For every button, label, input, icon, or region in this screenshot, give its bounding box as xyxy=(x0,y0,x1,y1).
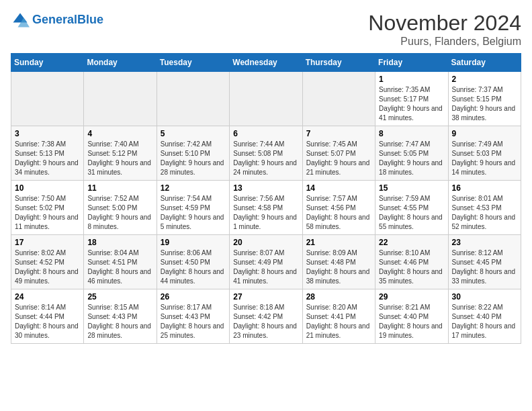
calendar-week-row: 1Sunrise: 7:35 AMSunset: 5:17 PMDaylight… xyxy=(11,72,521,126)
calendar-cell: 23Sunrise: 8:12 AMSunset: 4:45 PMDayligh… xyxy=(448,235,521,289)
day-number: 21 xyxy=(306,238,371,247)
logo: GeneralBlue xyxy=(11,11,103,30)
weekday-header: Thursday xyxy=(302,54,375,72)
calendar-cell: 5Sunrise: 7:42 AMSunset: 5:10 PMDaylight… xyxy=(157,126,229,181)
calendar-cell: 6Sunrise: 7:44 AMSunset: 5:08 PMDaylight… xyxy=(230,126,302,181)
logo-icon xyxy=(11,11,30,30)
day-info: Sunrise: 7:49 AMSunset: 5:03 PMDaylight:… xyxy=(452,140,517,177)
day-number: 28 xyxy=(306,292,371,302)
day-info: Sunrise: 8:04 AMSunset: 4:51 PMDaylight:… xyxy=(87,248,152,286)
calendar-cell xyxy=(230,72,302,126)
day-info: Sunrise: 8:07 AMSunset: 4:49 PMDaylight:… xyxy=(233,248,298,286)
day-info: Sunrise: 7:38 AMSunset: 5:13 PMDaylight:… xyxy=(15,140,80,177)
calendar-cell: 19Sunrise: 8:06 AMSunset: 4:50 PMDayligh… xyxy=(157,235,229,289)
calendar-cell xyxy=(11,72,84,126)
day-number: 18 xyxy=(87,238,152,247)
day-info: Sunrise: 7:59 AMSunset: 4:55 PMDaylight:… xyxy=(379,194,444,232)
calendar-cell: 1Sunrise: 7:35 AMSunset: 5:17 PMDaylight… xyxy=(375,72,448,126)
calendar-cell: 14Sunrise: 7:57 AMSunset: 4:56 PMDayligh… xyxy=(302,181,375,235)
calendar-week-row: 17Sunrise: 8:02 AMSunset: 4:52 PMDayligh… xyxy=(11,235,521,289)
day-number: 29 xyxy=(379,292,444,302)
day-number: 1 xyxy=(379,75,444,84)
calendar-cell xyxy=(302,72,375,126)
day-number: 20 xyxy=(233,238,298,247)
day-info: Sunrise: 8:01 AMSunset: 4:53 PMDaylight:… xyxy=(452,194,517,232)
day-number: 22 xyxy=(379,238,444,247)
calendar-week-row: 10Sunrise: 7:50 AMSunset: 5:02 PMDayligh… xyxy=(11,181,521,235)
calendar-week-row: 24Sunrise: 8:14 AMSunset: 4:44 PMDayligh… xyxy=(11,289,521,344)
page-subtitle: Puurs, Flanders, Belgium xyxy=(368,36,521,48)
calendar-cell: 3Sunrise: 7:38 AMSunset: 5:13 PMDaylight… xyxy=(11,126,84,181)
calendar-cell: 4Sunrise: 7:40 AMSunset: 5:12 PMDaylight… xyxy=(84,126,157,181)
weekday-header: Monday xyxy=(84,54,157,72)
calendar-cell xyxy=(84,72,157,126)
calendar-cell: 29Sunrise: 8:21 AMSunset: 4:40 PMDayligh… xyxy=(375,289,448,344)
day-info: Sunrise: 7:54 AMSunset: 4:59 PMDaylight:… xyxy=(161,194,226,232)
day-info: Sunrise: 8:22 AMSunset: 4:40 PMDaylight:… xyxy=(452,303,517,340)
day-info: Sunrise: 7:57 AMSunset: 4:56 PMDaylight:… xyxy=(306,194,371,232)
day-number: 25 xyxy=(87,292,152,302)
day-number: 16 xyxy=(452,183,517,193)
day-number: 24 xyxy=(15,292,80,302)
day-number: 9 xyxy=(452,129,517,138)
day-info: Sunrise: 7:52 AMSunset: 5:00 PMDaylight:… xyxy=(87,194,152,232)
day-number: 10 xyxy=(15,183,80,193)
day-info: Sunrise: 8:20 AMSunset: 4:41 PMDaylight:… xyxy=(306,303,371,340)
calendar-cell: 28Sunrise: 8:20 AMSunset: 4:41 PMDayligh… xyxy=(302,289,375,344)
day-number: 27 xyxy=(233,292,298,302)
calendar-cell: 15Sunrise: 7:59 AMSunset: 4:55 PMDayligh… xyxy=(375,181,448,235)
calendar-week-row: 3Sunrise: 7:38 AMSunset: 5:13 PMDaylight… xyxy=(11,126,521,181)
calendar-cell: 13Sunrise: 7:56 AMSunset: 4:58 PMDayligh… xyxy=(230,181,302,235)
calendar-table: SundayMondayTuesdayWednesdayThursdayFrid… xyxy=(11,53,521,344)
calendar-cell: 27Sunrise: 8:18 AMSunset: 4:42 PMDayligh… xyxy=(230,289,302,344)
day-info: Sunrise: 8:14 AMSunset: 4:44 PMDaylight:… xyxy=(15,303,80,340)
calendar-cell: 30Sunrise: 8:22 AMSunset: 4:40 PMDayligh… xyxy=(448,289,521,344)
day-info: Sunrise: 7:37 AMSunset: 5:15 PMDaylight:… xyxy=(452,85,517,123)
day-info: Sunrise: 8:12 AMSunset: 4:45 PMDaylight:… xyxy=(452,248,517,286)
day-info: Sunrise: 8:09 AMSunset: 4:48 PMDaylight:… xyxy=(306,248,371,286)
calendar-cell: 25Sunrise: 8:15 AMSunset: 4:43 PMDayligh… xyxy=(84,289,157,344)
day-number: 11 xyxy=(87,183,152,193)
calendar-cell: 16Sunrise: 8:01 AMSunset: 4:53 PMDayligh… xyxy=(448,181,521,235)
day-info: Sunrise: 8:18 AMSunset: 4:42 PMDaylight:… xyxy=(233,303,298,340)
day-number: 13 xyxy=(233,183,298,193)
logo-general: General xyxy=(32,13,77,26)
day-number: 12 xyxy=(161,183,226,193)
day-info: Sunrise: 8:17 AMSunset: 4:43 PMDaylight:… xyxy=(161,303,226,340)
day-number: 17 xyxy=(15,238,80,247)
day-info: Sunrise: 7:47 AMSunset: 5:05 PMDaylight:… xyxy=(379,140,444,177)
calendar-cell: 11Sunrise: 7:52 AMSunset: 5:00 PMDayligh… xyxy=(84,181,157,235)
calendar-cell: 20Sunrise: 8:07 AMSunset: 4:49 PMDayligh… xyxy=(230,235,302,289)
day-info: Sunrise: 7:40 AMSunset: 5:12 PMDaylight:… xyxy=(87,140,152,177)
day-number: 6 xyxy=(233,129,298,138)
day-number: 14 xyxy=(306,183,371,193)
weekday-header: Sunday xyxy=(11,54,84,72)
calendar-cell: 8Sunrise: 7:47 AMSunset: 5:05 PMDaylight… xyxy=(375,126,448,181)
weekday-header-row: SundayMondayTuesdayWednesdayThursdayFrid… xyxy=(11,54,521,72)
day-info: Sunrise: 7:42 AMSunset: 5:10 PMDaylight:… xyxy=(161,140,226,177)
calendar-cell: 21Sunrise: 8:09 AMSunset: 4:48 PMDayligh… xyxy=(302,235,375,289)
weekday-header: Tuesday xyxy=(157,54,229,72)
calendar-cell: 18Sunrise: 8:04 AMSunset: 4:51 PMDayligh… xyxy=(84,235,157,289)
day-info: Sunrise: 7:44 AMSunset: 5:08 PMDaylight:… xyxy=(233,140,298,177)
day-number: 26 xyxy=(161,292,226,302)
day-number: 5 xyxy=(161,129,226,138)
day-number: 19 xyxy=(161,238,226,247)
day-number: 15 xyxy=(379,183,444,193)
calendar-cell: 9Sunrise: 7:49 AMSunset: 5:03 PMDaylight… xyxy=(448,126,521,181)
logo-blue: Blue xyxy=(77,13,103,26)
weekday-header: Wednesday xyxy=(230,54,302,72)
day-info: Sunrise: 7:45 AMSunset: 5:07 PMDaylight:… xyxy=(306,140,371,177)
calendar-cell: 22Sunrise: 8:10 AMSunset: 4:46 PMDayligh… xyxy=(375,235,448,289)
calendar-cell: 26Sunrise: 8:17 AMSunset: 4:43 PMDayligh… xyxy=(157,289,229,344)
page-title: November 2024 xyxy=(368,11,521,36)
calendar-cell: 10Sunrise: 7:50 AMSunset: 5:02 PMDayligh… xyxy=(11,181,84,235)
page-header: GeneralBlue November 2024 Puurs, Flander… xyxy=(11,11,521,48)
day-info: Sunrise: 8:02 AMSunset: 4:52 PMDaylight:… xyxy=(15,248,80,286)
day-number: 3 xyxy=(15,129,80,138)
day-number: 2 xyxy=(452,75,517,84)
title-block: November 2024 Puurs, Flanders, Belgium xyxy=(368,11,521,48)
day-info: Sunrise: 8:10 AMSunset: 4:46 PMDaylight:… xyxy=(379,248,444,286)
day-number: 23 xyxy=(452,238,517,247)
calendar-cell: 7Sunrise: 7:45 AMSunset: 5:07 PMDaylight… xyxy=(302,126,375,181)
